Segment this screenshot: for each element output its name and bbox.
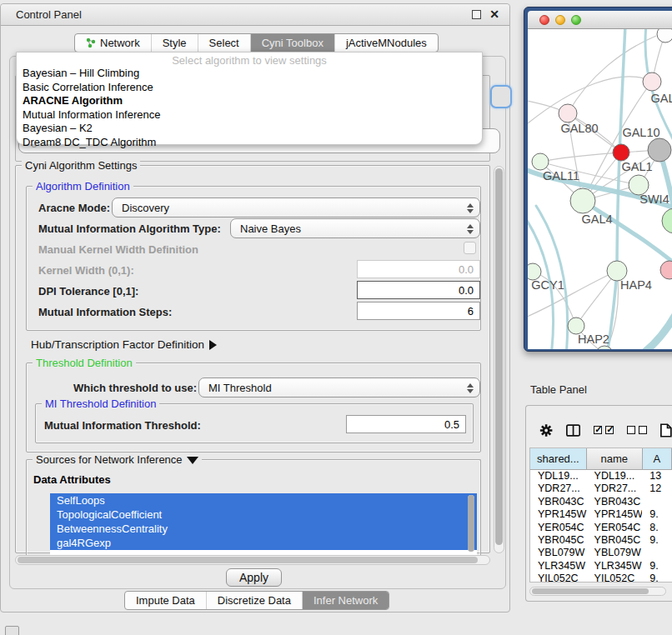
dropdown-option[interactable]: Bayesian – Hill Climbing <box>17 67 482 81</box>
tab-cyni-toolbox[interactable]: Cyni Toolbox <box>250 34 334 52</box>
network-edge[interactable] <box>528 77 652 128</box>
table-row[interactable]: YER054CYER054C8. <box>530 522 672 534</box>
network-edge-highlighted[interactable] <box>629 292 672 349</box>
tab-network[interactable]: Network <box>75 34 151 52</box>
network-node[interactable] <box>660 261 672 279</box>
dropdown-option[interactable]: Dream8 DC_TDC Algorithm <box>17 136 482 150</box>
network-node[interactable] <box>568 318 584 334</box>
network-node[interactable] <box>613 144 629 161</box>
settings-horizontal-scrollbar[interactable] <box>15 555 490 565</box>
scrollbar-thumb[interactable] <box>18 557 478 563</box>
gear-icon[interactable] <box>539 422 553 438</box>
mi-algorithm-type-combobox[interactable]: Naive Bayes <box>230 218 480 238</box>
network-graph[interactable]: GALGAL80GAL10GAL1GAL11SWI4GAL4GCY1HAP4YH… <box>528 29 672 349</box>
network-node[interactable] <box>596 346 613 349</box>
table-column-header[interactable]: shared... <box>530 448 587 470</box>
table-row[interactable]: YBR045CYBR045C9. <box>530 534 672 547</box>
dropdown-option[interactable]: ARACNE Algorithm <box>17 94 482 108</box>
which-threshold-combobox[interactable]: MI Threshold <box>198 378 480 398</box>
tab-jactivemnodules[interactable]: jActiveMNodules <box>334 34 438 52</box>
settings-vertical-scrollbar[interactable] <box>494 166 504 553</box>
mi-threshold-field[interactable]: 0.5 <box>346 415 466 433</box>
mi-threshold-group-title: MI Threshold Definition <box>42 398 159 410</box>
tab-label: jActiveMNodules <box>346 37 427 49</box>
table-horizontal-scrollbar[interactable] <box>529 587 666 596</box>
dpi-tolerance-field[interactable]: 0.0 <box>357 281 480 299</box>
network-node[interactable] <box>559 104 577 122</box>
network-node[interactable] <box>532 153 549 170</box>
expand-arrow-icon[interactable] <box>209 340 217 350</box>
table-cell: YBL079W <box>530 547 587 559</box>
table-row[interactable]: YDL19...YDL19...13 <box>530 470 672 482</box>
kernel-width-field[interactable]: 0.0 <box>357 260 480 278</box>
zoom-traffic-light-icon[interactable] <box>571 15 581 25</box>
aracne-mode-combobox[interactable]: Discovery <box>112 198 480 218</box>
minimize-traffic-light-icon[interactable] <box>555 15 565 25</box>
network-node[interactable] <box>643 72 661 91</box>
scrollbar-thumb[interactable] <box>495 168 503 545</box>
mi-steps-field[interactable]: 6 <box>357 302 480 320</box>
table-row[interactable]: YPR145WYPR145W9. <box>530 508 672 521</box>
new-table-icon[interactable] <box>660 422 672 438</box>
bottom-tab-impute-data[interactable]: Impute Data <box>125 592 206 609</box>
tab-select[interactable]: Select <box>198 34 250 52</box>
scrollbar-thumb[interactable] <box>468 495 474 552</box>
attribute-item-selected[interactable]: TopologicalCoefficient <box>50 508 477 522</box>
network-edge[interactable] <box>568 36 656 113</box>
attribute-item-selected[interactable]: SelfLoops <box>50 493 477 508</box>
network-edge[interactable] <box>540 152 621 162</box>
network-node[interactable] <box>528 263 541 280</box>
deselect-all-checkboxes-icon[interactable] <box>627 426 647 434</box>
dropdown-option[interactable]: Mutual Information Inference <box>17 108 482 122</box>
mi-threshold-group: MI Threshold Definition Mutual Informati… <box>35 403 474 443</box>
manual-kernel-width-checkbox[interactable] <box>464 242 476 254</box>
bottom-tab-discretize-data[interactable]: Discretize Data <box>206 592 302 609</box>
table-row[interactable]: YDR27...YDR27...12 <box>530 482 672 495</box>
algorithm-definition-group: Algorithm Definition Aracne Mode: Discov… <box>26 186 481 331</box>
close-icon[interactable]: ✕ <box>489 8 499 21</box>
network-node-label: GAL10 <box>622 126 659 139</box>
scrollbar-thumb[interactable] <box>532 588 649 594</box>
panel-grip-icon[interactable] <box>5 626 19 635</box>
attribute-item-selected[interactable]: gal4RGexp <box>50 536 477 550</box>
hub-definition-toggle[interactable]: Hub/Transcription Factor Definition <box>31 338 217 351</box>
network-node[interactable] <box>657 29 672 42</box>
mi-steps-label: Mutual Information Steps: <box>38 306 172 318</box>
table-row[interactable]: YIL052CYIL052C9. <box>530 572 672 582</box>
table-row[interactable]: YBR043CYBR043C <box>530 496 672 508</box>
select-all-checkboxes-icon[interactable] <box>594 426 614 434</box>
network-node[interactable] <box>648 138 671 162</box>
table-cell: YDR27... <box>530 482 587 495</box>
network-node[interactable] <box>570 188 595 213</box>
float-window-icon[interactable] <box>472 10 481 19</box>
dropdown-option[interactable]: Basic Correlation Inference <box>17 81 482 95</box>
apply-button[interactable]: Apply <box>226 568 282 587</box>
network-edge-highlighted[interactable] <box>583 201 672 272</box>
close-traffic-light-icon[interactable] <box>539 15 549 25</box>
mi-algorithm-type-label: Mutual Information Algorithm Type: <box>38 222 221 235</box>
attributes-scrollbar[interactable] <box>468 495 474 552</box>
algorithm-dropdown-options: Bayesian – Hill ClimbingBasic Correlatio… <box>17 67 482 150</box>
table-column-header[interactable]: A <box>643 448 672 470</box>
sources-title-wrap[interactable]: Sources for Network Inference <box>33 453 202 466</box>
network-node[interactable] <box>662 208 672 233</box>
dropdown-option[interactable]: Bayesian – K2 <box>17 122 482 136</box>
table-row[interactable]: YLR345WYLR345W9. <box>530 560 672 572</box>
bottom-tab-infer-network[interactable]: Infer Network <box>302 592 389 609</box>
collapse-arrow-icon[interactable] <box>187 457 198 464</box>
network-node-label: GAL1 <box>621 160 652 173</box>
network-window-titlebar[interactable] <box>528 11 672 29</box>
network-node-label: HAP4 <box>620 278 652 292</box>
table-column-header[interactable]: name <box>587 448 643 470</box>
tab-style[interactable]: Style <box>151 34 198 52</box>
table-cell: 9. <box>642 534 672 547</box>
table-row[interactable]: YBL079WYBL079W <box>530 547 672 559</box>
network-edge-highlighted[interactable] <box>536 206 568 349</box>
network-canvas[interactable]: GALGAL80GAL10GAL1GAL11SWI4GAL4GCY1HAP4YH… <box>528 29 672 349</box>
attribute-item-selected[interactable]: BetweennessCentrality <box>50 522 477 536</box>
threshold-definition-title: Threshold Definition <box>33 357 136 369</box>
columns-icon[interactable] <box>566 423 580 438</box>
table-cell: YDL19... <box>587 470 643 482</box>
focused-field-edge[interactable] <box>490 85 512 108</box>
data-attributes-list[interactable]: SelfLoopsTopologicalCoefficientBetweenne… <box>50 493 477 555</box>
